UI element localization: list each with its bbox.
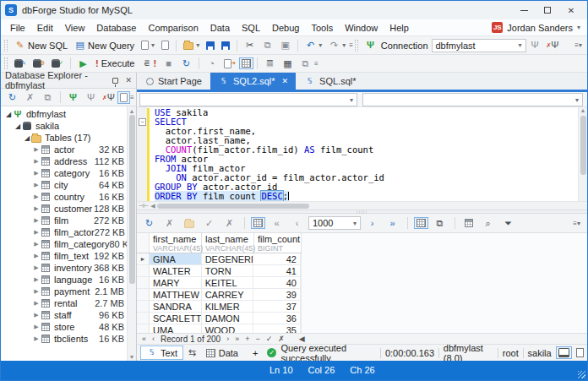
menu-item-comparison[interactable]: Comparison: [142, 21, 204, 35]
redo-button[interactable]: ↷▾: [326, 39, 348, 52]
database-admin-button[interactable]: ⚙: [30, 58, 47, 68]
explorer-scrollbar[interactable]: ▲ ▼: [127, 106, 136, 361]
new-window-button[interactable]: [159, 40, 172, 51]
explorer-disconnect-button[interactable]: ✗Ψ: [101, 91, 117, 104]
cell[interactable]: 37: [253, 301, 301, 312]
cell[interactable]: DAMON: [202, 313, 254, 324]
apply-changes-button[interactable]: ✓: [201, 217, 217, 230]
connect-button[interactable]: Ψ: [527, 39, 543, 52]
copy-button[interactable]: ⧉: [259, 39, 275, 52]
tree-item-actor[interactable]: ▶actor32 KB: [1, 144, 136, 155]
tree-item-film-category[interactable]: ▶film_category80 KB: [1, 238, 136, 250]
tree-item-language[interactable]: ▶language16 KB: [1, 274, 136, 286]
close-button[interactable]: ✕: [566, 5, 576, 15]
scroll-left-icon[interactable]: ◀: [150, 203, 155, 210]
minimize-button[interactable]: [519, 5, 529, 15]
expand-icon[interactable]: ▶: [32, 193, 41, 200]
data-view-tab[interactable]: Data: [201, 347, 243, 359]
menu-item-database[interactable]: Database: [90, 21, 142, 35]
tree-item-inventory[interactable]: ▶inventory368 KB: [1, 262, 136, 274]
cell[interactable]: DEGENERES: [202, 253, 254, 264]
collapse-icon[interactable]: ◢: [23, 134, 31, 142]
cell[interactable]: 41: [253, 265, 301, 276]
post-edit-icon[interactable]: ✓: [266, 335, 273, 343]
open-file-button[interactable]: ▾: [181, 40, 202, 51]
cell[interactable]: 35: [253, 324, 301, 333]
menu-item-view[interactable]: View: [59, 21, 91, 35]
cut-button[interactable]: ✂: [242, 39, 258, 52]
tree-item-store[interactable]: ▶store48 KB: [1, 321, 136, 333]
expand-icon[interactable]: ▶: [32, 229, 41, 236]
expand-icon[interactable]: ▶: [32, 288, 41, 295]
text-view-tab[interactable]: 𝕊 Text: [140, 346, 183, 360]
tree-item-country[interactable]: ▶country16 KB: [1, 191, 136, 203]
cell[interactable]: TORN: [202, 265, 254, 276]
table-row[interactable]: WALTERTORN41: [137, 265, 302, 277]
menu-item-tools[interactable]: Tools: [305, 21, 339, 35]
tree-item-staff[interactable]: ▶staff96 KB: [1, 309, 136, 321]
table-row[interactable]: UMAWOOD35: [137, 324, 302, 333]
swap-views-icon[interactable]: ⇆: [188, 347, 197, 358]
results-export-button[interactable]: [182, 218, 197, 229]
table-row[interactable]: SANDRAKILMER37: [137, 301, 302, 313]
prev-record-icon[interactable]: ‹: [152, 335, 155, 343]
expand-icon[interactable]: ▶: [32, 264, 41, 271]
cell[interactable]: 42: [253, 253, 301, 264]
close-tab-icon[interactable]: ✕: [282, 77, 289, 85]
cell[interactable]: WALTER: [150, 265, 202, 276]
form-view-toggle[interactable]: [239, 57, 253, 69]
menu-item-help[interactable]: Help: [384, 21, 415, 35]
diagram-button[interactable]: ▦: [280, 57, 296, 70]
cancel-edit-icon[interactable]: ✗: [278, 335, 285, 343]
scroll-left-icon[interactable]: ◀: [299, 335, 305, 343]
tree-item-dbfmylast[interactable]: ◢Ψdbfmylast: [1, 108, 136, 120]
table-row[interactable]: MARYKEITEL40: [137, 277, 302, 289]
expand-icon[interactable]: ▶: [32, 217, 41, 224]
object-combobox[interactable]: ▾: [139, 93, 357, 106]
expand-icon[interactable]: ▶: [32, 335, 41, 342]
tree-item-category[interactable]: ▶category16 KB: [1, 167, 136, 179]
code-lines[interactable]: USE sakilaSELECT actor.first_name, actor…: [150, 107, 578, 201]
save-button[interactable]: [204, 41, 217, 51]
close-panel-icon[interactable]: ✕: [125, 76, 132, 84]
split-pane-icon[interactable]: ⊣⊢: [139, 203, 149, 210]
tree-item-city[interactable]: ▶city64 KB: [1, 179, 136, 191]
toolbar-overflow-icon[interactable]: ≡: [349, 41, 353, 49]
cell[interactable]: MARY: [150, 277, 202, 288]
execute-settings-button[interactable]: ⋷!: [139, 57, 159, 70]
toolbar-grip[interactable]: [4, 40, 8, 52]
tree-item-film[interactable]: ▶film272 KB: [1, 215, 136, 226]
paging-mode-toggle[interactable]: [251, 217, 265, 229]
auto-filter-button[interactable]: ⏷: [500, 217, 516, 230]
results-overflow-icon[interactable]: ≡▾: [573, 220, 584, 227]
column-header-first_name[interactable]: first_nameVARCHAR(45): [150, 233, 202, 253]
cell[interactable]: GINA: [150, 253, 202, 264]
export-results-button[interactable]: ➜: [221, 58, 238, 69]
editor-vscrollbar[interactable]: ▲: [578, 107, 587, 201]
tree-item-rental[interactable]: ▶rental2.7 MB: [1, 297, 136, 309]
user-account[interactable]: JS Jordan Sanders ▾: [492, 22, 584, 33]
save-all-button[interactable]: [219, 41, 232, 51]
next-record-icon[interactable]: ›: [226, 335, 229, 343]
column-header-button[interactable]: [462, 218, 476, 228]
card-view-button[interactable]: ⧉: [432, 217, 448, 230]
table-row[interactable]: ►GINADEGENERES42: [137, 253, 302, 265]
cell[interactable]: SANDRA: [150, 301, 202, 312]
results-stop-button[interactable]: ✗: [161, 217, 177, 230]
first-page-button[interactable]: «: [269, 217, 285, 230]
refresh-objects-toggle[interactable]: [117, 91, 130, 104]
explorer-new-connection-button[interactable]: Ψ: [65, 91, 81, 104]
paste-button[interactable]: ▣: [277, 39, 293, 52]
pin-icon[interactable]: [112, 78, 118, 84]
expand-icon[interactable]: ▶: [32, 146, 41, 153]
menu-item-window[interactable]: Window: [339, 21, 384, 35]
append-record-icon[interactable]: +: [245, 335, 249, 343]
editor-hscrollbar[interactable]: ⊣⊢ ◀: [137, 201, 587, 210]
maximize-button[interactable]: [542, 5, 553, 15]
tree-item-tables-17-[interactable]: ◢Tables (17): [1, 132, 136, 144]
table-row[interactable]: SCARLETTDAMON36: [137, 313, 302, 324]
toolbar-grip[interactable]: [4, 57, 8, 69]
scroll-up-icon[interactable]: ▲: [129, 106, 135, 115]
grid-view-toggle[interactable]: [414, 217, 428, 229]
menu-item-file[interactable]: File: [4, 21, 31, 35]
